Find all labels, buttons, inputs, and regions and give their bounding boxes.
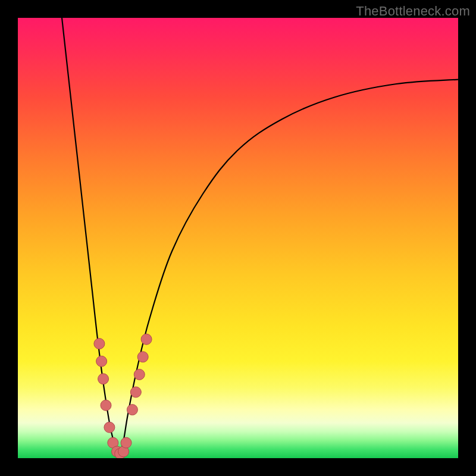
data-marker [121, 437, 131, 448]
data-marker [137, 352, 148, 362]
data-marker [94, 339, 105, 349]
bottleneck-curve [62, 18, 458, 458]
data-marker [130, 387, 141, 397]
plot-area [18, 18, 458, 458]
curve-layer [18, 18, 458, 458]
data-marker [101, 400, 111, 411]
watermark-text: TheBottleneck.com [356, 4, 470, 19]
marker-cluster [94, 334, 152, 458]
data-marker [104, 422, 115, 433]
data-marker [127, 405, 137, 415]
data-marker [141, 334, 152, 345]
data-marker [96, 356, 107, 367]
chart-frame: TheBottleneck.com [0, 0, 476, 476]
data-marker [98, 374, 109, 384]
data-marker [134, 369, 145, 380]
curve-path [62, 18, 458, 458]
